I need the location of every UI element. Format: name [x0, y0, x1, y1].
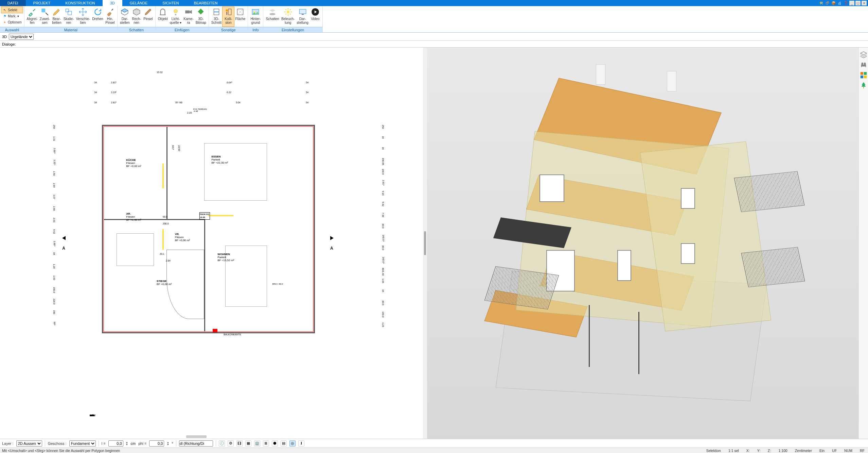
3d-model: [461, 71, 815, 415]
schatten-label: Schatten: [266, 17, 279, 21]
optionen-button[interactable]: + Optionen: [1, 19, 23, 25]
hintergrund-icon: [251, 7, 260, 16]
dim: 84: [53, 252, 55, 255]
lichtquelle-button[interactable]: Licht-quelle ▾: [169, 7, 182, 27]
text-cursor-icon[interactable]: 𝐈: [298, 440, 304, 447]
dim: 2.81⁵: [111, 81, 117, 84]
building-icon[interactable]: 🏢: [254, 440, 260, 447]
menu-tab-bearbeiten[interactable]: BEARBEITEN: [187, 0, 225, 6]
darstellen-button[interactable]: Dar-stellen: [119, 7, 131, 27]
3dbitmap-button[interactable]: 3D-Bitmap: [195, 7, 207, 27]
print-icon[interactable]: 🖨: [837, 1, 842, 5]
terrain-select[interactable]: Urgelände: [9, 34, 34, 40]
phi-step-down[interactable]: ▼: [167, 443, 169, 446]
dim: 80.0: [382, 246, 384, 250]
rechnen-button[interactable]: Rech-nen: [131, 7, 142, 27]
2d-plan-pane[interactable]: 10.32 2.81⁵ 6.64⁵ 3.19⁵ 6.22 2.81⁵ 70¹ /…: [0, 48, 423, 439]
layers-icon[interactable]: [860, 51, 867, 58]
status-ratio: 1:1 sel: [727, 449, 740, 453]
kollision-button[interactable]: Kolli-sion: [223, 7, 234, 27]
target-icon[interactable]: ◎: [289, 440, 296, 447]
geschoss-select[interactable]: Fundament: [69, 440, 96, 447]
svg-rect-14: [301, 14, 304, 15]
palette-icon[interactable]: [860, 71, 867, 79]
verschieben-button[interactable]: Verschie-ben: [75, 7, 91, 27]
3dschnitt-icon: [212, 7, 221, 16]
dl-input[interactable]: [179, 440, 213, 447]
3dschnitt-button[interactable]: 3D-Schnitt: [210, 7, 223, 27]
furniture-icon[interactable]: [860, 61, 867, 69]
gear-icon[interactable]: ⚙: [228, 440, 234, 447]
layer-select[interactable]: 2D Aussen: [16, 440, 42, 447]
ribbon: ↖ Selekt ⚑ Mark. ▾ + Optionen Auswahl Ab…: [0, 6, 868, 33]
schatten-button[interactable]: Schatten: [265, 7, 280, 27]
hintergrund-button[interactable]: Hinter-grund: [249, 7, 262, 27]
dim: 7.38: [382, 213, 384, 217]
pinsel-button[interactable]: Pinsel: [142, 7, 154, 27]
dim: 1.00: [53, 275, 55, 280]
video-label: Video: [311, 17, 319, 21]
dim: 90.0: [163, 216, 167, 218]
svg-rect-1: [66, 9, 69, 12]
drehen-button[interactable]: Drehen: [91, 7, 104, 27]
layers2-icon[interactable]: ≣: [263, 440, 269, 447]
svg-rect-19: [864, 76, 866, 78]
package-icon[interactable]: 📦: [831, 1, 836, 5]
beleuchtung-button[interactable]: Beleuch-tung: [280, 7, 296, 27]
l-input[interactable]: [108, 440, 123, 447]
rechnen-icon: [132, 7, 141, 16]
flaeche-button[interactable]: Fläche: [234, 7, 246, 27]
kamera-button[interactable]: Kame-ra: [182, 7, 194, 27]
brick-icon[interactable]: ▦: [245, 440, 251, 447]
grid-icon[interactable]: ▤: [281, 440, 287, 447]
svg-point-6: [226, 9, 228, 12]
dim: 70¹ /90: [175, 101, 182, 104]
darstellung-button[interactable]: Dar-stellung: [296, 7, 309, 27]
group-label-material: Material: [24, 27, 117, 32]
darstellen-icon: [120, 7, 129, 16]
dim: 190: [53, 310, 55, 314]
layer-label: Layer :: [2, 441, 14, 446]
dim: 9.10: [382, 191, 384, 196]
horizontal-scrollbar[interactable]: [186, 435, 207, 438]
pane-divider[interactable]: [423, 48, 427, 439]
help-icon[interactable]: ❓: [843, 1, 848, 5]
menu-tab-sichten[interactable]: SICHTEN: [155, 0, 186, 6]
phi-input[interactable]: [149, 440, 164, 447]
cursor-icon: ↖: [2, 7, 7, 12]
dim: 80.0: [382, 224, 384, 229]
video-button[interactable]: Video: [309, 7, 321, 27]
menu-tab-datei[interactable]: DATEI: [0, 0, 26, 6]
lichtquelle-icon: [171, 7, 180, 16]
tree-icon[interactable]: [860, 82, 867, 89]
tools-icon[interactable]: 🛠: [819, 1, 824, 5]
film-icon[interactable]: 🎞: [236, 440, 243, 447]
unit-deg: °: [172, 441, 173, 446]
menu-tab-projekt[interactable]: PROJEKT: [26, 0, 58, 6]
window-icon[interactable]: 🗗: [825, 1, 830, 5]
selekt-button[interactable]: ↖ Selekt: [1, 7, 23, 13]
close-button[interactable]: ×: [862, 1, 867, 5]
sub-toolbar: 3D Urgelände: [0, 33, 868, 41]
l-step-down[interactable]: ▼: [126, 443, 128, 446]
hinpinsel-button[interactable]: Hin.Pinsel: [104, 7, 116, 27]
group-label-auswahl: Auswahl: [0, 27, 24, 32]
abgreifen-button[interactable]: Abgrei-fen: [26, 7, 39, 27]
maximize-button[interactable]: □: [855, 1, 861, 5]
floor-plan: 10.32 2.81⁵ 6.64⁵ 3.19⁵ 6.22 2.81⁵ 70¹ /…: [59, 71, 364, 407]
skalieren-button[interactable]: Skalie-ren: [63, 7, 75, 27]
shape-icon[interactable]: ⬢: [272, 440, 278, 447]
geschoss-label: Geschoss :: [48, 441, 67, 446]
menu-tab-3d[interactable]: 3D: [103, 0, 122, 6]
mark-button[interactable]: ⚑ Mark. ▾: [1, 13, 23, 19]
optionen-label: Optionen: [8, 20, 22, 24]
bearbeiten-button[interactable]: Bear-beiten: [51, 7, 63, 27]
menu-tab-gelaende[interactable]: GELÄNDE: [122, 0, 155, 6]
clock-icon[interactable]: 🕘: [219, 440, 225, 447]
minimize-button[interactable]: _: [849, 1, 854, 5]
group-label-info: Info: [248, 27, 263, 32]
zuweisen-button[interactable]: Zuwei-sen: [39, 7, 51, 27]
3d-view-pane[interactable]: [427, 48, 858, 439]
objekt-button[interactable]: Objekt: [157, 7, 169, 27]
menu-tab-konstruktion[interactable]: KONSTRUKTION: [58, 0, 102, 6]
